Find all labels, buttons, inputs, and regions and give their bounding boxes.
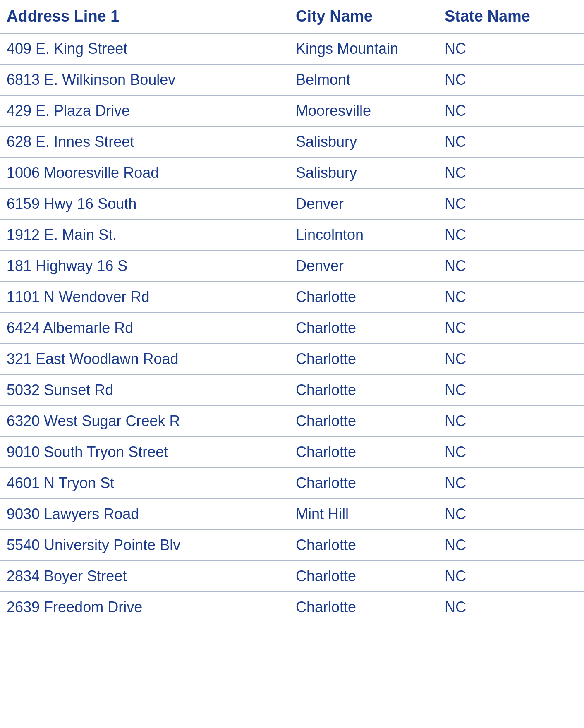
table-row: 6320 West Sugar Creek RCharlotteNC bbox=[0, 406, 584, 437]
table-row: 181 Highway 16 SDenverNC bbox=[0, 251, 584, 282]
cell-state: NC bbox=[438, 220, 584, 251]
cell-address: 2834 Boyer Street bbox=[0, 561, 289, 592]
table-header-row: Address Line 1 City Name State Name bbox=[0, 0, 584, 33]
table-row: 6424 Albemarle RdCharlotteNC bbox=[0, 313, 584, 344]
cell-city: Charlotte bbox=[289, 344, 438, 375]
header-address: Address Line 1 bbox=[0, 0, 289, 33]
table-row: 6813 E. Wilkinson BoulevBelmontNC bbox=[0, 65, 584, 96]
cell-state: NC bbox=[438, 592, 584, 623]
cell-state: NC bbox=[438, 158, 584, 189]
cell-address: 628 E. Innes Street bbox=[0, 127, 289, 158]
cell-address: 1101 N Wendover Rd bbox=[0, 282, 289, 313]
cell-state: NC bbox=[438, 561, 584, 592]
cell-address: 2639 Freedom Drive bbox=[0, 592, 289, 623]
table-row: 1912 E. Main St.LincolntonNC bbox=[0, 220, 584, 251]
cell-state: NC bbox=[438, 437, 584, 468]
cell-address: 6424 Albemarle Rd bbox=[0, 313, 289, 344]
cell-address: 4601 N Tryon St bbox=[0, 468, 289, 499]
cell-state: NC bbox=[438, 282, 584, 313]
cell-city: Charlotte bbox=[289, 468, 438, 499]
cell-city: Charlotte bbox=[289, 530, 438, 561]
table-row: 321 East Woodlawn RoadCharlotteNC bbox=[0, 344, 584, 375]
cell-state: NC bbox=[438, 375, 584, 406]
cell-address: 9030 Lawyers Road bbox=[0, 499, 289, 530]
cell-city: Kings Mountain bbox=[289, 33, 438, 65]
table-row: 409 E. King StreetKings MountainNC bbox=[0, 33, 584, 65]
table-row: 4601 N Tryon StCharlotteNC bbox=[0, 468, 584, 499]
cell-address: 1006 Mooresville Road bbox=[0, 158, 289, 189]
cell-city: Charlotte bbox=[289, 561, 438, 592]
cell-state: NC bbox=[438, 96, 584, 127]
cell-address: 6159 Hwy 16 South bbox=[0, 189, 289, 220]
cell-city: Denver bbox=[289, 189, 438, 220]
header-city: City Name bbox=[289, 0, 438, 33]
cell-address: 429 E. Plaza Drive bbox=[0, 96, 289, 127]
cell-state: NC bbox=[438, 189, 584, 220]
cell-state: NC bbox=[438, 313, 584, 344]
table-row: 628 E. Innes StreetSalisburyNC bbox=[0, 127, 584, 158]
header-state: State Name bbox=[438, 0, 584, 33]
cell-city: Mooresville bbox=[289, 96, 438, 127]
cell-address: 9010 South Tryon Street bbox=[0, 437, 289, 468]
table-row: 2834 Boyer StreetCharlotteNC bbox=[0, 561, 584, 592]
cell-city: Charlotte bbox=[289, 282, 438, 313]
cell-state: NC bbox=[438, 468, 584, 499]
cell-address: 5540 University Pointe Blv bbox=[0, 530, 289, 561]
table-row: 2639 Freedom DriveCharlotteNC bbox=[0, 592, 584, 623]
cell-city: Mint Hill bbox=[289, 499, 438, 530]
cell-address: 5032 Sunset Rd bbox=[0, 375, 289, 406]
cell-state: NC bbox=[438, 65, 584, 96]
table-row: 429 E. Plaza DriveMooresvilleNC bbox=[0, 96, 584, 127]
cell-state: NC bbox=[438, 251, 584, 282]
cell-city: Charlotte bbox=[289, 406, 438, 437]
cell-state: NC bbox=[438, 499, 584, 530]
table-row: 1006 Mooresville RoadSalisburyNC bbox=[0, 158, 584, 189]
cell-address: 6813 E. Wilkinson Boulev bbox=[0, 65, 289, 96]
cell-address: 181 Highway 16 S bbox=[0, 251, 289, 282]
cell-city: Charlotte bbox=[289, 313, 438, 344]
cell-address: 321 East Woodlawn Road bbox=[0, 344, 289, 375]
table-row: 5540 University Pointe BlvCharlotteNC bbox=[0, 530, 584, 561]
cell-city: Charlotte bbox=[289, 437, 438, 468]
cell-address: 1912 E. Main St. bbox=[0, 220, 289, 251]
cell-state: NC bbox=[438, 530, 584, 561]
address-table: Address Line 1 City Name State Name 409 … bbox=[0, 0, 584, 623]
cell-state: NC bbox=[438, 344, 584, 375]
cell-state: NC bbox=[438, 33, 584, 65]
cell-address: 6320 West Sugar Creek R bbox=[0, 406, 289, 437]
cell-city: Lincolnton bbox=[289, 220, 438, 251]
cell-city: Denver bbox=[289, 251, 438, 282]
cell-state: NC bbox=[438, 406, 584, 437]
table-row: 9030 Lawyers RoadMint HillNC bbox=[0, 499, 584, 530]
table-row: 1101 N Wendover RdCharlotteNC bbox=[0, 282, 584, 313]
cell-city: Charlotte bbox=[289, 592, 438, 623]
table-row: 9010 South Tryon StreetCharlotteNC bbox=[0, 437, 584, 468]
table-row: 5032 Sunset RdCharlotteNC bbox=[0, 375, 584, 406]
table-container: Address Line 1 City Name State Name 409 … bbox=[0, 0, 584, 623]
cell-city: Charlotte bbox=[289, 375, 438, 406]
cell-state: NC bbox=[438, 127, 584, 158]
table-row: 6159 Hwy 16 SouthDenverNC bbox=[0, 189, 584, 220]
cell-city: Salisbury bbox=[289, 127, 438, 158]
cell-city: Belmont bbox=[289, 65, 438, 96]
cell-city: Salisbury bbox=[289, 158, 438, 189]
cell-address: 409 E. King Street bbox=[0, 33, 289, 65]
